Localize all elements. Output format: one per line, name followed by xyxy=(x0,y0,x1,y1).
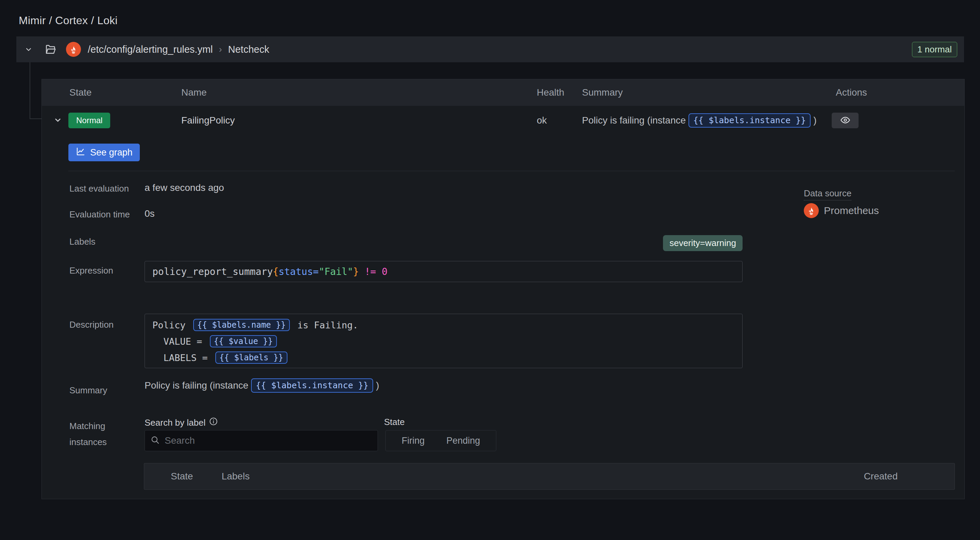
summary-value: Policy is failing (instance {{ $labels.i… xyxy=(145,378,379,393)
group-status-badge: 1 normal xyxy=(912,42,957,57)
header-health: Health xyxy=(537,87,564,98)
tree-connector-horizontal xyxy=(30,118,42,119)
view-rule-button[interactable] xyxy=(832,113,859,128)
expression-label: Expression xyxy=(69,265,113,276)
search-icon xyxy=(150,435,160,446)
summary-suffix: ) xyxy=(813,115,816,126)
labels-label: Labels xyxy=(69,236,95,247)
severity-label-badge: severity=warning xyxy=(663,235,743,251)
code-token: != 0 xyxy=(359,266,387,277)
status-badge: Normal xyxy=(68,113,110,128)
chart-line-icon xyxy=(75,146,86,159)
instances-header-labels: Labels xyxy=(221,471,250,482)
state-filter-firing[interactable]: Firing xyxy=(391,430,436,451)
breadcrumb-separator: › xyxy=(219,44,222,55)
header-actions: Actions xyxy=(836,87,867,98)
description-box: Policy {{ $labels.name }} is Failing. VA… xyxy=(145,314,743,368)
evaluation-time-value: 0s xyxy=(145,208,155,219)
description-text: is Failing. xyxy=(292,320,358,330)
collapse-group-button[interactable] xyxy=(24,45,33,54)
rule-health: ok xyxy=(537,115,547,126)
expression-code[interactable]: policy_report_summary{status="Fail"} != … xyxy=(145,261,743,282)
description-text: VALUE = xyxy=(153,336,208,347)
datasource-label: Data source xyxy=(804,188,851,201)
summary-label: Summary xyxy=(69,385,107,396)
search-by-label-text: Search by label xyxy=(145,417,205,428)
matching-label-line1: Matching xyxy=(69,421,105,431)
last-evaluation-value: a few seconds ago xyxy=(145,182,224,193)
code-token: { xyxy=(273,266,278,277)
summary-prefix: Policy is failing (instance xyxy=(582,115,686,126)
description-line: VALUE = {{ $value }} xyxy=(153,333,735,349)
chevron-down-icon xyxy=(24,45,33,54)
rule-summary: Policy is failing (instance {{ $labels.i… xyxy=(582,113,817,127)
matching-instances-label: Matching instances xyxy=(69,418,107,450)
search-by-label: Search by label xyxy=(145,417,218,428)
collapse-rule-button[interactable] xyxy=(53,115,63,126)
tree-connector-vertical xyxy=(30,62,30,119)
header-state: State xyxy=(69,87,92,98)
header-name: Name xyxy=(181,87,207,98)
description-line: LABELS = {{ $labels }} xyxy=(153,349,735,366)
header-summary: Summary xyxy=(582,87,623,98)
code-token: = xyxy=(313,266,319,277)
search-input[interactable] xyxy=(164,435,372,446)
page-title: Mimir / Cortex / Loki xyxy=(19,14,118,27)
template-chip: {{ $labels.instance }} xyxy=(689,113,811,127)
code-token: } xyxy=(353,266,359,277)
instances-header-created: Created xyxy=(864,471,898,482)
description-line: Policy {{ $labels.name }} is Failing. xyxy=(153,317,735,333)
instances-header-state: State xyxy=(171,471,193,482)
template-chip: {{ $labels }} xyxy=(215,352,288,364)
rule-name: FailingPolicy xyxy=(181,115,235,126)
rules-file-path[interactable]: /etc/config/alerting_rules.yml xyxy=(88,44,213,55)
datasource-value[interactable]: Prometheus xyxy=(804,203,879,218)
template-chip: {{ $value }} xyxy=(210,335,277,348)
state-filter-label-text: State xyxy=(384,417,405,427)
description-text: LABELS = xyxy=(153,352,213,363)
rule-group-name[interactable]: Netcheck xyxy=(228,44,269,55)
see-graph-label: See graph xyxy=(90,147,133,158)
rule-group-bar[interactable]: /etc/config/alerting_rules.yml › Netchec… xyxy=(16,37,964,62)
template-chip: {{ $labels.name }} xyxy=(193,319,290,331)
state-filter-label: State xyxy=(384,417,405,427)
state-filter-group: Firing Pending xyxy=(385,430,496,451)
datasource-name: Prometheus xyxy=(824,205,879,217)
matching-label-line2: instances xyxy=(69,437,107,447)
template-chip: {{ $labels.instance }} xyxy=(251,378,373,393)
alert-rules-page: Mimir / Cortex / Loki /etc/config/alerti… xyxy=(0,0,980,540)
table-row: Normal FailingPolicy ok Policy is failin… xyxy=(42,106,964,135)
code-token: "Fail" xyxy=(319,266,353,277)
divider xyxy=(68,171,955,171)
state-filter-pending[interactable]: Pending xyxy=(435,430,491,451)
chevron-down-icon xyxy=(53,115,63,126)
description-label: Description xyxy=(69,320,114,330)
evaluation-time-label: Evaluation time xyxy=(69,209,130,220)
see-graph-button[interactable]: See graph xyxy=(68,143,140,161)
instances-table-header: State Labels Created xyxy=(144,463,955,490)
code-token: policy_report_summary xyxy=(153,266,273,277)
info-icon[interactable] xyxy=(209,417,218,428)
code-token: status xyxy=(278,266,313,277)
eye-icon xyxy=(840,115,851,127)
summary-prefix: Policy is failing (instance xyxy=(145,380,248,391)
summary-suffix: ) xyxy=(376,380,379,391)
rules-table-header: State Name Health Summary Actions xyxy=(42,79,964,106)
last-evaluation-label: Last evaluation xyxy=(69,183,129,194)
rules-panel: State Name Health Summary Actions Normal… xyxy=(41,79,965,499)
prometheus-icon xyxy=(66,42,81,57)
description-text: Policy xyxy=(153,320,191,330)
search-field xyxy=(145,430,378,451)
folder-icon xyxy=(43,43,57,56)
prometheus-icon xyxy=(804,203,819,218)
